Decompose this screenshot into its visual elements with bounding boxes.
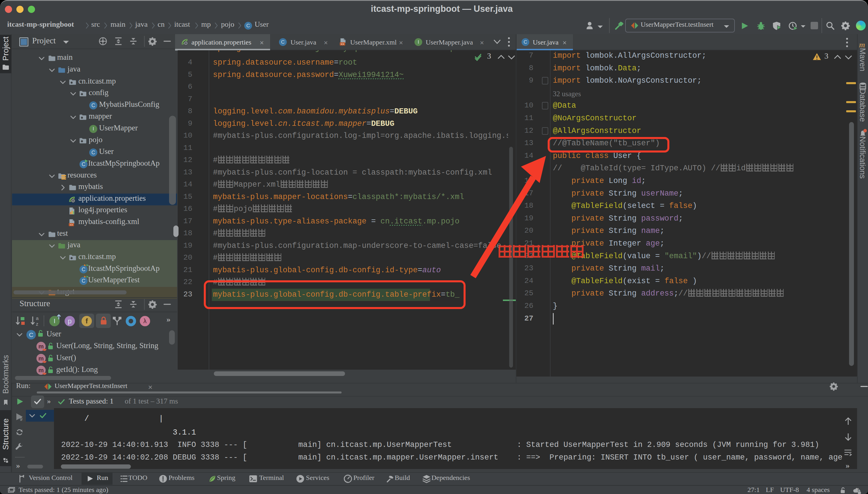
svg-text:?: ?: [857, 487, 860, 492]
svg-text:9: 9: [20, 417, 22, 421]
